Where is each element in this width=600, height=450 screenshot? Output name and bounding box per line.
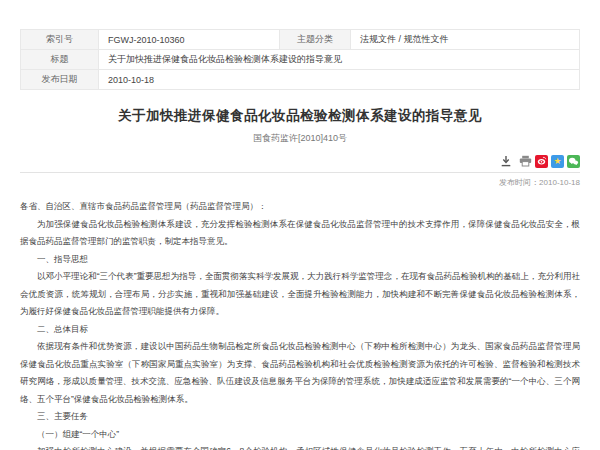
category-value: 法规文件 / 规范性文件 bbox=[351, 30, 580, 50]
section-3-paragraph: 加强中检所检测中心建设，并根据需要在全国确定6—8个检验机构，承担区域性保健食品… bbox=[20, 443, 580, 450]
index-number-value: FGWJ-2010-10360 bbox=[99, 30, 280, 50]
document-meta-table: 索引号 FGWJ-2010-10360 主题分类 法规文件 / 规范性文件 标题… bbox=[20, 29, 580, 90]
wechat-share-icon[interactable] bbox=[567, 155, 580, 168]
document-number: 国食药监许[2010]410号 bbox=[20, 132, 580, 145]
meta-row-title: 标题 关于加快推进保健食品化妆品检验检测体系建设的指导意见 bbox=[21, 50, 580, 70]
weibo-share-icon[interactable] bbox=[535, 155, 548, 168]
qzone-share-icon[interactable]: ★ bbox=[551, 155, 564, 168]
intro-paragraph: 为加强保健食品化妆品检验检测体系建设，充分发挥检验检测体系在保健食品化妆品监督管… bbox=[20, 216, 580, 251]
section-2-paragraph: 依据现有条件和优势资源，建设以中国药品生物制品检定所食品化妆品检验检测中心（下称… bbox=[20, 338, 580, 408]
title-value: 关于加快推进保健食品化妆品检验检测体系建设的指导意见 bbox=[99, 50, 580, 70]
meta-row-index: 索引号 FGWJ-2010-10360 主题分类 法规文件 / 规范性文件 bbox=[21, 30, 580, 50]
section-heading-3: 三、主要任务 bbox=[20, 408, 580, 426]
section-1-paragraph: 以邓小平理论和“三个代表”重要思想为指导，全面贯彻落实科学发展观，大力践行科学监… bbox=[20, 268, 580, 321]
title-separator bbox=[20, 172, 580, 173]
document-page: 索引号 FGWJ-2010-10360 主题分类 法规文件 / 规范性文件 标题… bbox=[20, 0, 580, 450]
section-heading-1: 一、指导思想 bbox=[20, 251, 580, 269]
article-toolbar: ★ bbox=[20, 154, 580, 168]
page-title: 关于加快推进保健食品化妆品检验检测体系建设的指导意见 bbox=[20, 107, 580, 125]
download-icon[interactable] bbox=[500, 155, 512, 167]
section-heading-2: 二、总体目标 bbox=[20, 321, 580, 339]
publish-date-value: 2010-10-18 bbox=[99, 70, 580, 90]
category-label: 主题分类 bbox=[280, 30, 351, 50]
title-label: 标题 bbox=[21, 50, 99, 70]
publish-date-label: 发布日期 bbox=[21, 70, 99, 90]
index-number-label: 索引号 bbox=[21, 30, 99, 50]
publish-time: 发布时间：2010-10-18 bbox=[20, 177, 580, 188]
print-icon[interactable] bbox=[519, 155, 532, 167]
meta-row-date: 发布日期 2010-10-18 bbox=[21, 70, 580, 90]
salutation: 各省、自治区、直辖市食品药品监督管理局（药品监督管理局）： bbox=[20, 198, 580, 216]
document-body: 各省、自治区、直辖市食品药品监督管理局（药品监督管理局）： 为加强保健食品化妆品… bbox=[20, 198, 580, 450]
section-3-subheading-1: （一）组建“一个中心” bbox=[20, 426, 580, 444]
